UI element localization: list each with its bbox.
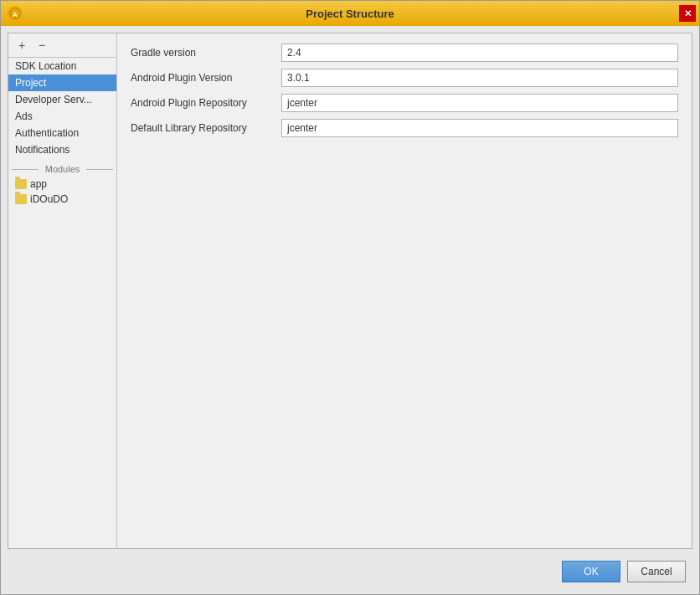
gradle-version-input[interactable] bbox=[281, 44, 678, 62]
android-plugin-repository-input[interactable] bbox=[281, 94, 678, 112]
app-icon: A bbox=[8, 6, 23, 21]
module-item-app[interactable]: app bbox=[8, 177, 116, 192]
android-plugin-version-row: Android Plugin Version bbox=[131, 69, 678, 87]
folder-icon bbox=[15, 194, 27, 204]
folder-icon bbox=[15, 179, 27, 189]
content-area: + − SDK Location Project Developer Serv.… bbox=[8, 33, 692, 549]
svg-text:A: A bbox=[13, 11, 18, 18]
add-button[interactable]: + bbox=[13, 37, 30, 54]
ok-button[interactable]: OK bbox=[562, 561, 620, 582]
sidebar-item-authentication[interactable]: Authentication bbox=[8, 125, 116, 141]
project-structure-dialog: A Project Structure ✕ + − SDK Location P… bbox=[0, 0, 700, 595]
dialog-title: Project Structure bbox=[306, 8, 394, 20]
module-item-idoudo[interactable]: iDOuDO bbox=[8, 192, 116, 207]
sidebar-item-notifications[interactable]: Notifications bbox=[8, 141, 116, 158]
gradle-version-label: Gradle version bbox=[131, 47, 281, 59]
modules-section: Modules app iDOuDO bbox=[8, 162, 116, 207]
remove-button[interactable]: − bbox=[33, 37, 50, 54]
title-bar: A Project Structure ✕ bbox=[1, 1, 699, 26]
android-plugin-version-label: Android Plugin Version bbox=[131, 72, 281, 84]
cancel-button[interactable]: Cancel bbox=[627, 561, 686, 582]
modules-label: Modules bbox=[8, 162, 116, 177]
android-plugin-version-input[interactable] bbox=[281, 69, 678, 87]
sidebar-toolbar: + − bbox=[8, 33, 116, 58]
sidebar: + − SDK Location Project Developer Serv.… bbox=[8, 33, 117, 548]
gradle-version-row: Gradle version bbox=[131, 44, 678, 62]
close-button[interactable]: ✕ bbox=[679, 5, 696, 22]
sidebar-item-ads[interactable]: Ads bbox=[8, 108, 116, 125]
android-plugin-repository-label: Android Plugin Repository bbox=[131, 97, 281, 109]
sidebar-item-project[interactable]: Project bbox=[8, 74, 116, 91]
dialog-footer: OK Cancel bbox=[8, 556, 692, 587]
default-library-repository-label: Default Library Repository bbox=[131, 122, 281, 134]
default-library-repository-row: Default Library Repository bbox=[131, 119, 678, 137]
android-plugin-repository-row: Android Plugin Repository bbox=[131, 94, 678, 112]
default-library-repository-input[interactable] bbox=[281, 119, 678, 137]
sidebar-item-developer-services[interactable]: Developer Serv... bbox=[8, 91, 116, 108]
dialog-body: + − SDK Location Project Developer Serv.… bbox=[1, 26, 699, 594]
main-content: Gradle version Android Plugin Version An… bbox=[117, 33, 692, 548]
sidebar-item-sdk-location[interactable]: SDK Location bbox=[8, 58, 116, 74]
